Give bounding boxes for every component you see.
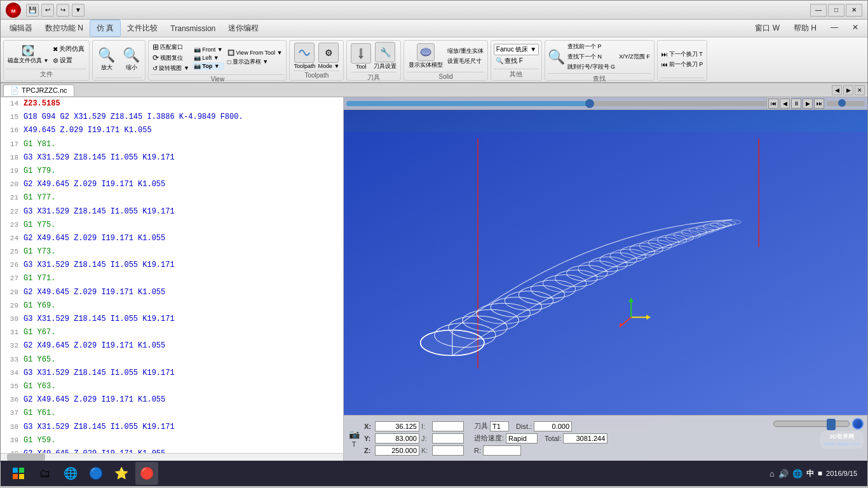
toolbar-next-tool-change[interactable]: ⏭ 下一个换刀 T — [660, 50, 705, 59]
tool-value[interactable] — [490, 421, 509, 431]
tray-home[interactable]: ⌂ — [770, 469, 775, 478]
menu-close-ribbon[interactable]: ✕ — [846, 20, 865, 36]
toolbar-top[interactable]: 📷 Top ▼ — [193, 62, 224, 70]
undo-quickbtn[interactable]: ↩ — [41, 4, 54, 17]
code-line: 25 G1 Y73. — [1, 245, 343, 259]
btn-speed-slider[interactable] — [827, 101, 865, 106]
tray-volume[interactable]: 🔊 — [778, 469, 789, 478]
z-input[interactable] — [375, 445, 419, 456]
menu-window[interactable]: 窗口 W — [749, 20, 786, 36]
menu-sim[interactable]: 仿 真 — [90, 20, 121, 37]
tray-square[interactable]: ■ — [818, 469, 822, 478]
progress-thumb[interactable] — [585, 99, 594, 108]
k-input[interactable] — [432, 445, 464, 456]
menu-compare[interactable]: 文件比较 — [121, 20, 164, 36]
code-line: 39 G1 Y59. — [1, 434, 343, 447]
camera-icon: 📷 — [349, 429, 360, 439]
minimize-button[interactable]: — — [810, 4, 827, 17]
taskbar-app[interactable]: 🔴 — [135, 462, 158, 485]
code-line: 16 X49.645 Z.029 I19.171 K1.055 — [1, 124, 343, 137]
toolbar-mode[interactable]: ⚙ Mode ▼ — [318, 43, 339, 69]
toolbar-find[interactable]: 🔍查找 F — [494, 56, 539, 66]
toolbar-tool[interactable]: Tool — [351, 43, 371, 70]
btn-step-back[interactable]: ⏮ — [768, 98, 778, 109]
toolbar-goto-line[interactable]: 跳到行号/字段号 G — [566, 62, 616, 72]
toolbar-rotate-view[interactable]: ↺ 旋转视图 ▼ — [151, 64, 190, 73]
toolbar-xyz-range[interactable]: X/Y/Z范围 F — [618, 52, 651, 62]
code-line: 14 Z23.5185 — [1, 97, 343, 111]
toolbar-view-reset[interactable]: ⟳ 视图复位 — [151, 53, 190, 63]
code-scroll[interactable]: 14 Z23.5185 15 G18 G94 G2 X31.529 Z18.14… — [1, 97, 343, 453]
y-input[interactable] — [375, 433, 419, 444]
code-line: 33 G1 Y65. — [1, 353, 343, 367]
code-line: 22 G3 X31.529 Z18.145 I1.055 K19.171 — [1, 205, 343, 219]
progress-track[interactable] — [346, 101, 789, 106]
tab-nav-right[interactable]: ▶ — [843, 85, 853, 95]
taskbar-explorer[interactable]: 🗂 — [34, 462, 57, 485]
vertical-slider[interactable] — [773, 421, 850, 427]
toolbar-set-stock[interactable]: 设置毛坯尺寸 — [446, 57, 485, 66]
x-input[interactable] — [375, 421, 419, 431]
taskbar-star[interactable]: ⭐ — [110, 462, 133, 485]
tray-ime[interactable]: 中 — [806, 468, 814, 479]
logo-3d-world: 3D世界网 www.3dsjw.com — [820, 431, 864, 449]
toolbar-left[interactable]: 📷 Left ▼ — [193, 54, 224, 62]
menu-mini[interactable]: 迷你编程 — [222, 20, 265, 36]
toolbar-show-bbox[interactable]: □ 显示边界框 ▼ — [226, 57, 284, 67]
dropdown-quickbtn[interactable]: ▼ — [72, 4, 85, 17]
menu-transmission[interactable]: Transmission — [164, 22, 222, 36]
btn-play-back[interactable]: ◀ — [780, 98, 790, 109]
btn-pause[interactable]: ⏸ — [791, 98, 801, 109]
toolbar-find-next[interactable]: 查找下一个 N — [566, 52, 616, 62]
taskbar-apps[interactable]: 🌐 — [59, 462, 82, 485]
total-value[interactable] — [563, 433, 607, 444]
close-button[interactable]: ✕ — [846, 4, 862, 17]
toolbar-settings[interactable]: ⚙设置 — [51, 55, 86, 65]
y-label: Y: — [364, 435, 373, 442]
tray-network[interactable]: 🌐 — [792, 469, 803, 478]
toolbar-match-window[interactable]: ⊞ 匹配窗口 — [151, 42, 190, 52]
toolbar-show-solid[interactable]: 显示实体模型 — [407, 42, 445, 71]
code-line: 19 G1 Y79. — [1, 165, 343, 178]
feed-label: 进给速度: — [474, 433, 504, 443]
j-input[interactable] — [432, 433, 464, 444]
toolbar-toolpath[interactable]: Toolpath — [294, 43, 315, 69]
menu-help[interactable]: 帮助 H — [787, 20, 823, 36]
maximize-button[interactable]: □ — [828, 4, 844, 17]
toolbar-prev-tool-change[interactable]: ⏮ 前一个换刀 P — [660, 60, 705, 69]
save-quickbtn[interactable]: 💾 — [26, 4, 39, 17]
toolbar-front[interactable]: 📷 Front ▼ — [193, 46, 224, 53]
toolbar-disk-sim[interactable]: 💽 磁盘文件仿真 ▼ — [6, 43, 50, 66]
code-line: 26 G3 X31.529 Z18.145 I1.055 K19.171 — [1, 259, 343, 272]
menu-cnc[interactable]: 数控功能 N — [39, 20, 90, 36]
toolbar-scale-solid[interactable]: 缩放/重生实体 — [446, 46, 485, 56]
toolbar-view-from-tool[interactable]: 🔲 View From Tool ▼ — [226, 49, 284, 57]
btn-play[interactable]: ▶ — [803, 98, 813, 109]
toolbar-zoom-out[interactable]: 🔍 缩小 — [120, 46, 142, 73]
h-scrollbar[interactable] — [1, 453, 343, 461]
tab-close[interactable]: ✕ — [855, 85, 865, 95]
taskbar-ie[interactable]: 🔵 — [85, 462, 107, 485]
menu-editor[interactable]: 编辑器 — [3, 20, 39, 36]
menu-minimize-ribbon[interactable]: — — [824, 20, 844, 36]
toolbar-close-sim[interactable]: ✖关闭仿真 — [51, 44, 86, 54]
tool-icon: T — [352, 440, 356, 448]
code-line: 21 G1 Y77. — [1, 191, 343, 205]
dist-value[interactable] — [534, 421, 572, 431]
redo-quickbtn[interactable]: ↪ — [57, 4, 69, 17]
slider-ball[interactable] — [852, 418, 864, 430]
i-input[interactable] — [432, 421, 464, 431]
file-tab[interactable]: 📄 TPCJRZZC.nc — [3, 85, 74, 96]
toolbar-tool-settings[interactable]: 🔧 刀具设置 — [374, 42, 397, 71]
start-button[interactable] — [6, 462, 31, 485]
toolbar-zoom-in[interactable]: 🔍 放大 — [95, 46, 118, 73]
btn-step-fwd[interactable]: ⏭ — [814, 98, 824, 109]
svg-point-4 — [421, 48, 431, 56]
feed-value[interactable] — [506, 433, 538, 444]
taskbar: 🗂 🌐 🔵 ⭐ 🔴 ⌂ 🔊 🌐 中 ■ 2016/9/15 — [1, 461, 867, 486]
tab-nav-left[interactable]: ◀ — [832, 85, 842, 95]
r-value[interactable] — [483, 445, 521, 456]
toolbar-find-prev[interactable]: 查找前一个 P — [566, 42, 616, 51]
toolbar-machine-select[interactable]: Fanuc 铣床 ▼ — [494, 44, 539, 55]
code-line: 36 G2 X49.645 Z.029 I19.171 K1.055 — [1, 393, 343, 407]
